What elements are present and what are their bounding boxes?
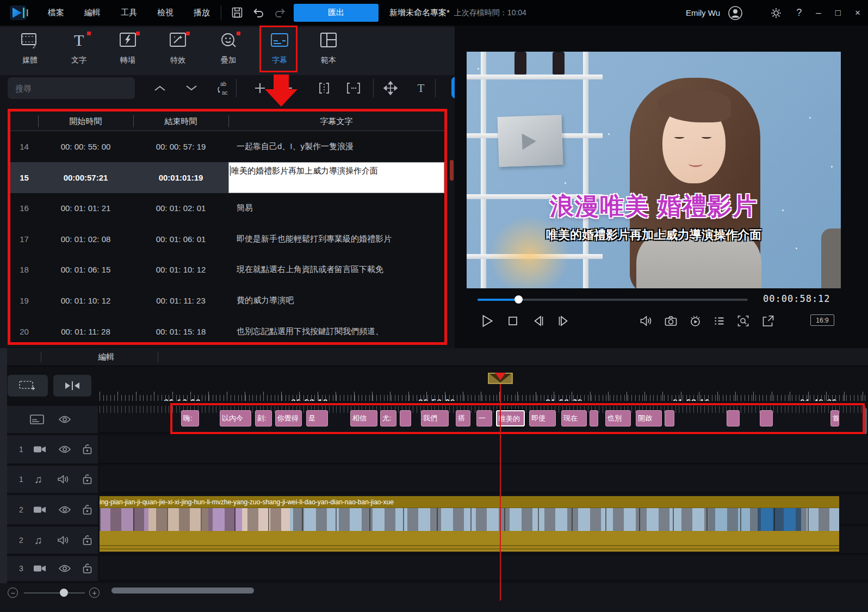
previous-frame-button[interactable] bbox=[530, 312, 547, 330]
end-time-cell[interactable]: 00: 00: 57: 19 bbox=[133, 131, 228, 162]
close-button[interactable]: × bbox=[855, 8, 860, 17]
subtitle-clip[interactable]: 首 bbox=[830, 410, 839, 426]
undo-icon[interactable] bbox=[251, 6, 265, 19]
subtitle-row-20[interactable]: 2000: 01: 11: 2800: 01: 15: 18也別忘記點選用下找按… bbox=[10, 316, 444, 345]
zoom-preview-icon[interactable] bbox=[734, 312, 752, 330]
subtitle-clip[interactable] bbox=[727, 410, 740, 426]
end-time-cell[interactable]: 00: 01: 15: 18 bbox=[133, 316, 228, 345]
playback-quality-icon[interactable] bbox=[686, 312, 704, 330]
track-lane-audio-1[interactable] bbox=[100, 466, 868, 493]
library-tab-transition[interactable]: 轉場 bbox=[108, 32, 147, 72]
lock-icon[interactable] bbox=[82, 474, 92, 485]
start-time-cell[interactable]: 00: 01: 06: 15 bbox=[38, 254, 133, 285]
subtitle-text-cell[interactable]: 簡易 bbox=[237, 193, 443, 224]
next-frame-button[interactable] bbox=[555, 312, 572, 330]
subtitle-row-17[interactable]: 1700: 01: 02: 0800: 01: 06: 01即使是新手也能輕鬆打… bbox=[10, 224, 444, 255]
aspect-ratio-badge[interactable]: 16:9 bbox=[810, 314, 834, 326]
apply-button-partial[interactable] bbox=[451, 77, 455, 98]
subtitle-row-14[interactable]: 1400: 00: 55: 0000: 00: 57: 19一起靠自己d、I、y… bbox=[10, 131, 444, 162]
subtitle-clip[interactable]: 我們 bbox=[421, 410, 449, 426]
subtitle-clip[interactable] bbox=[665, 410, 674, 426]
subtitle-clip[interactable]: 以內今 bbox=[220, 410, 251, 426]
start-time-cell[interactable]: 00:00:57:21 bbox=[38, 162, 133, 193]
video-clip[interactable]: ing-pian-jian-ji-quan-jie-xi-xi-jing-hun… bbox=[100, 496, 839, 552]
subtitle-clip[interactable]: 相信 bbox=[350, 410, 377, 426]
subtitle-clip[interactable]: 一 bbox=[476, 410, 492, 426]
playhead-line[interactable] bbox=[500, 381, 501, 601]
track-header-audio-2[interactable]: 2♫ bbox=[7, 527, 98, 554]
library-tab-template[interactable]: 範本 bbox=[309, 32, 348, 72]
subtitle-clip[interactable]: 是 bbox=[306, 410, 328, 426]
start-time-cell[interactable]: 00: 01: 01: 21 bbox=[38, 193, 133, 224]
menu-tools[interactable]: 工具 bbox=[121, 8, 137, 18]
library-tab-media[interactable]: ♪媒體 bbox=[10, 32, 49, 72]
save-icon[interactable] bbox=[231, 6, 244, 19]
subtitle-clip[interactable]: 嗨: bbox=[181, 410, 199, 426]
track-lane-video-1[interactable] bbox=[100, 435, 868, 463]
subtitle-clip[interactable]: 即使 bbox=[529, 410, 556, 426]
subtitle-clip[interactable]: 開啟 bbox=[636, 410, 662, 426]
stop-button[interactable] bbox=[504, 312, 522, 330]
subtitle-clip[interactable]: 也別 bbox=[605, 410, 631, 426]
library-tab-effects[interactable]: 特效 bbox=[158, 32, 197, 72]
subtitle-clip[interactable] bbox=[590, 410, 598, 426]
lock-icon[interactable] bbox=[82, 564, 92, 574]
subtitle-clip[interactable]: 你覺得 bbox=[275, 410, 302, 426]
subtitle-text-cell[interactable]: 也別忘記點選用下找按鍵訂閱我們頻道、 bbox=[237, 316, 443, 345]
remove-subtitle-icon[interactable] bbox=[277, 79, 297, 97]
start-time-cell[interactable]: 00: 01: 02: 08 bbox=[38, 224, 133, 255]
track-header-audio-1[interactable]: 1♫ bbox=[7, 466, 98, 493]
end-time-cell[interactable]: 00: 01: 10: 12 bbox=[133, 254, 228, 285]
merge-subtitle-icon[interactable] bbox=[344, 79, 363, 97]
subtitle-text-cell[interactable]: 即使是新手也能輕鬆打到專業級的婚禮影片 bbox=[237, 224, 443, 255]
track-header-video-2[interactable]: 2 bbox=[7, 495, 98, 524]
tab-edit[interactable]: 編輯 bbox=[48, 348, 165, 366]
subtitle-row-16[interactable]: 1600: 01: 01: 2100: 01: 02: 01簡易 bbox=[10, 193, 444, 224]
column-header-start[interactable]: 開始時間 bbox=[38, 112, 133, 131]
zoom-in-icon[interactable]: + bbox=[89, 588, 100, 598]
eye-icon[interactable] bbox=[58, 446, 71, 454]
lock-icon[interactable] bbox=[82, 444, 92, 455]
search-input[interactable] bbox=[8, 77, 135, 99]
menu-play[interactable]: 播放 bbox=[194, 8, 210, 18]
next-subtitle-icon[interactable] bbox=[182, 79, 201, 97]
move-subtitle-icon[interactable] bbox=[381, 79, 400, 97]
video-preview[interactable]: 浪漫唯美 婚禮影片 唯美的婚禮影片再加上威力導演操作介面 bbox=[467, 52, 841, 288]
library-tab-text[interactable]: T文字 bbox=[59, 32, 98, 72]
start-time-cell[interactable]: 00: 00: 55: 00 bbox=[38, 131, 133, 162]
subtitle-clip[interactable]: 尤: bbox=[380, 410, 396, 426]
avatar[interactable] bbox=[728, 5, 743, 21]
end-time-cell[interactable]: 00: 01: 11: 23 bbox=[133, 285, 228, 316]
playhead-marker[interactable] bbox=[488, 373, 513, 385]
zoom-out-icon[interactable]: − bbox=[8, 588, 18, 598]
column-header-end[interactable]: 結束時間 bbox=[133, 112, 228, 131]
auto-correct-text-icon[interactable]: ab ac bbox=[212, 79, 232, 97]
speaker-icon[interactable] bbox=[57, 475, 70, 484]
subtitle-clip[interactable]: 刻: bbox=[255, 410, 272, 426]
subtitle-clip[interactable]: 現在 bbox=[561, 410, 587, 426]
track-lane-video-3[interactable] bbox=[100, 556, 868, 581]
subtitle-text-cell[interactable]: 費的威力導演吧 bbox=[237, 285, 443, 316]
seek-knob[interactable] bbox=[514, 295, 523, 304]
lock-icon[interactable] bbox=[82, 535, 92, 546]
help-button[interactable]: ? bbox=[796, 7, 802, 18]
character-style-icon[interactable]: T bbox=[411, 79, 431, 97]
end-time-cell[interactable]: 00: 01: 06: 01 bbox=[133, 224, 228, 255]
subtitle-clip[interactable] bbox=[400, 410, 411, 426]
lock-icon[interactable] bbox=[82, 505, 92, 515]
subtitle-row-19[interactable]: 1900: 01: 10: 1200: 01: 11: 23費的威力導演吧 bbox=[10, 285, 444, 316]
end-time-cell[interactable]: 00:01:01:19 bbox=[133, 162, 228, 193]
subtitle-row-18[interactable]: 1800: 01: 06: 1500: 01: 10: 12現在就點選右上角資訊… bbox=[10, 254, 444, 285]
subtitle-clip[interactable]: 搭 bbox=[456, 410, 470, 426]
timeline-horizontal-scrollbar[interactable] bbox=[111, 588, 254, 594]
maximize-button[interactable]: □ bbox=[835, 8, 841, 17]
chapter-list-icon[interactable] bbox=[710, 312, 728, 330]
end-time-cell[interactable]: 00: 01: 02: 01 bbox=[133, 193, 228, 224]
column-header-text[interactable]: 字幕文字 bbox=[228, 112, 444, 131]
eye-icon[interactable] bbox=[58, 506, 71, 514]
add-subtitle-icon[interactable] bbox=[250, 79, 270, 97]
split-subtitle-icon[interactable] bbox=[314, 79, 334, 97]
zoom-slider[interactable] bbox=[24, 592, 85, 594]
menu-file[interactable]: 檔案 bbox=[48, 8, 64, 18]
settings-gear-icon[interactable] bbox=[770, 7, 782, 19]
